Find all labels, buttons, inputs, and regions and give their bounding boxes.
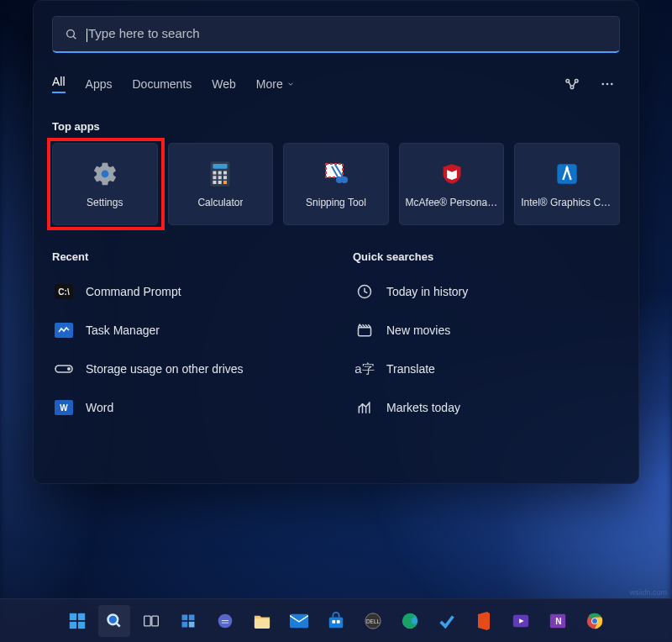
recent-label: Command Prompt <box>86 285 181 298</box>
svg-point-7 <box>611 83 613 86</box>
translate-icon: a字 <box>354 359 375 379</box>
intel-graphics-icon <box>553 160 581 188</box>
mcafee-icon <box>438 160 466 188</box>
watermark: wsiidn.com <box>629 588 667 597</box>
tab-apps[interactable]: Apps <box>86 77 113 91</box>
taskbar-taskview[interactable] <box>135 605 167 637</box>
svg-point-5 <box>601 83 604 86</box>
svg-point-58 <box>592 618 597 624</box>
app-tile-intel[interactable]: Intel® Graphics Co... <box>514 143 620 225</box>
taskbar-edge[interactable] <box>394 605 426 637</box>
svg-point-8 <box>101 171 108 178</box>
svg-point-28 <box>68 368 70 370</box>
taskbar-todo[interactable] <box>431 605 463 637</box>
svg-point-6 <box>606 83 609 86</box>
search-box[interactable]: Type here to search <box>52 16 620 53</box>
svg-text:N: N <box>555 616 561 625</box>
svg-rect-42 <box>189 621 195 627</box>
svg-point-35 <box>108 614 118 624</box>
search-input[interactable]: Type here to search <box>87 26 607 41</box>
recent-command-prompt[interactable]: C:\ Command Prompt <box>52 275 319 308</box>
filter-tabs: All Apps Documents Web More <box>52 71 620 97</box>
snipping-tool-icon <box>322 160 350 188</box>
svg-rect-37 <box>144 616 151 626</box>
app-label: Snipping Tool <box>306 197 366 208</box>
svg-rect-44 <box>255 618 270 629</box>
word-icon: W <box>54 397 74 418</box>
tab-documents[interactable]: Documents <box>132 77 192 91</box>
svg-rect-14 <box>213 176 217 179</box>
app-tile-calculator[interactable]: Calculator <box>168 143 274 225</box>
tab-web[interactable]: Web <box>212 77 236 91</box>
drive-icon <box>54 359 74 379</box>
taskbar-search[interactable] <box>98 605 130 637</box>
tab-more-label: More <box>256 77 283 91</box>
svg-rect-48 <box>337 620 340 624</box>
svg-rect-16 <box>223 176 227 179</box>
taskbar: DELL N <box>0 598 672 642</box>
app-label: Intel® Graphics Co... <box>521 197 613 208</box>
app-label: Settings <box>87 197 123 208</box>
flow-icon[interactable] <box>559 71 585 97</box>
svg-rect-18 <box>218 181 222 184</box>
svg-rect-17 <box>213 181 217 184</box>
search-panel: Type here to search All Apps Documents W… <box>33 0 639 484</box>
svg-rect-31 <box>70 613 76 619</box>
quick-translate[interactable]: a字 Translate <box>353 352 620 386</box>
quick-today-history[interactable]: Today in history <box>353 275 620 308</box>
taskbar-start[interactable] <box>61 605 93 637</box>
quick-label: New movies <box>386 324 450 337</box>
svg-rect-10 <box>213 164 228 169</box>
svg-rect-32 <box>78 613 85 619</box>
recent-label: Storage usage on other drives <box>86 362 244 376</box>
svg-rect-33 <box>70 621 76 628</box>
taskbar-onenote[interactable]: N <box>542 605 574 637</box>
more-options-icon[interactable] <box>595 71 620 97</box>
quick-label: Today in history <box>386 285 468 298</box>
taskbar-chat[interactable] <box>209 605 241 637</box>
taskbar-mail[interactable] <box>283 605 315 637</box>
svg-point-26 <box>566 166 569 169</box>
recent-storage-usage[interactable]: Storage usage on other drives <box>52 352 319 386</box>
taskbar-explorer[interactable] <box>246 605 278 637</box>
clock-icon <box>354 282 375 302</box>
quick-markets[interactable]: Markets today <box>353 391 620 424</box>
svg-point-0 <box>67 29 75 37</box>
recent-heading: Recent <box>52 250 319 263</box>
quick-label: Translate <box>386 362 435 376</box>
svg-rect-13 <box>223 171 227 175</box>
svg-rect-39 <box>182 614 188 620</box>
app-tile-settings[interactable]: Settings <box>52 143 158 225</box>
taskbar-store[interactable] <box>320 605 352 637</box>
svg-line-36 <box>117 623 120 626</box>
svg-rect-46 <box>329 617 344 628</box>
recent-word[interactable]: W Word <box>52 391 319 424</box>
taskbar-dell[interactable]: DELL <box>357 605 389 637</box>
app-tile-mcafee[interactable]: McAfee® Personal... <box>399 143 505 225</box>
gear-icon <box>91 160 119 188</box>
app-tile-snipping[interactable]: Snipping Tool <box>283 143 389 225</box>
svg-rect-47 <box>332 620 335 624</box>
svg-rect-11 <box>213 171 217 175</box>
terminal-icon: C:\ <box>54 282 74 302</box>
svg-rect-12 <box>218 171 222 175</box>
recent-label: Task Manager <box>86 324 160 337</box>
svg-rect-41 <box>182 621 188 627</box>
svg-rect-40 <box>189 614 195 620</box>
chevron-down-icon <box>286 80 295 88</box>
task-manager-icon <box>54 320 74 340</box>
taskbar-office[interactable] <box>468 605 500 637</box>
calculator-icon <box>206 160 234 188</box>
tab-all[interactable]: All <box>52 75 66 93</box>
taskbar-clipchamp[interactable] <box>505 605 537 637</box>
taskbar-widgets[interactable] <box>172 605 204 637</box>
svg-rect-15 <box>218 176 222 179</box>
tab-more[interactable]: More <box>256 77 295 91</box>
recent-task-manager[interactable]: Task Manager <box>52 313 319 347</box>
chart-up-icon <box>354 397 375 418</box>
search-placeholder: Type here to search <box>88 26 200 40</box>
taskbar-chrome[interactable] <box>579 605 611 637</box>
svg-rect-45 <box>290 613 308 628</box>
quick-searches-heading: Quick searches <box>353 250 620 263</box>
quick-new-movies[interactable]: New movies <box>353 313 620 347</box>
